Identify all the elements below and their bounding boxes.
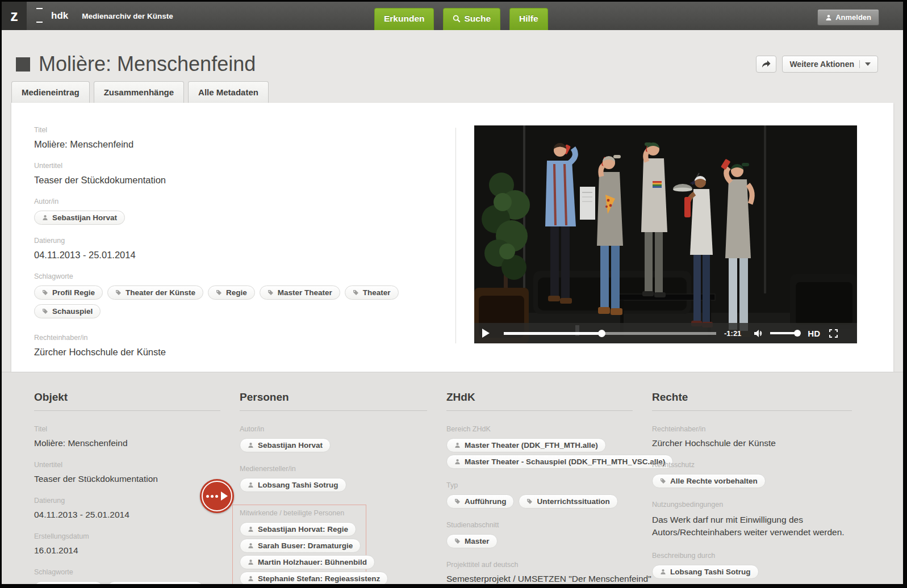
person-pill[interactable]: Lobsang Tashi Sotrug	[240, 478, 346, 492]
person-pill[interactable]: Sebastijan Horvat	[240, 438, 331, 452]
person-icon	[454, 442, 461, 448]
help-button[interactable]: Hilfe	[509, 8, 548, 30]
field-label: Medienersteller/in	[240, 465, 427, 473]
progress-bar[interactable]	[504, 332, 716, 335]
field-datierung: Datierung 04.11.2013 - 25.01.2014	[34, 237, 455, 261]
more-actions-button[interactable]: Weitere Aktionen	[782, 56, 878, 73]
search-button[interactable]: Suche	[443, 8, 500, 30]
field-label: Projekttitel auf deutsch	[446, 561, 633, 569]
pill-label: Alle Rechte vorbehalten	[670, 477, 758, 485]
tag-icon	[267, 289, 274, 296]
volume-handle[interactable]	[794, 330, 801, 337]
keyword-pill[interactable]: Master Theater	[260, 285, 340, 300]
keyword-pill[interactable]: Profil Regie	[34, 581, 103, 584]
field-value: Molière: Menschenfeind	[34, 139, 455, 150]
caret-down-icon	[865, 62, 871, 66]
column-rechte: Rechte Rechteinhaber/in Zürcher Hochschu…	[652, 391, 852, 584]
field-value: Zürcher Hochschule der Künste	[652, 438, 852, 448]
person-pill[interactable]: Martin Holzhauer: Bühnenbild	[240, 555, 375, 569]
video-controls: -1:21 HD	[474, 323, 857, 343]
tag-icon	[660, 478, 666, 484]
tag-icon	[353, 289, 359, 296]
explore-button[interactable]: Erkunden	[374, 8, 434, 30]
login-button[interactable]: Anmelden	[817, 9, 879, 26]
zhdk-logo[interactable]: z	[2, 2, 27, 30]
app-title: Medienarchiv der Künste	[82, 12, 173, 20]
vertical-divider	[455, 128, 456, 343]
person-icon	[248, 442, 254, 448]
keyword-pill[interactable]: Theater	[345, 285, 399, 300]
person-pill[interactable]: Lobsang Tashi Sotrug	[652, 565, 759, 579]
person-pill[interactable]: Stephanie Stefan: Regieassistenz	[240, 572, 388, 584]
field-rechtsschutz: Rechtsschutz Alle Rechte vorbehalten	[652, 461, 852, 488]
tab-label: Zusammenhänge	[104, 87, 174, 97]
nav-buttons: Erkunden Suche Hilfe	[374, 8, 548, 30]
dot	[206, 495, 209, 498]
tab-alle-metadaten[interactable]: Alle Metadaten	[188, 81, 269, 103]
header-actions: Weitere Aktionen	[756, 56, 878, 73]
field-label: Beschreibung durch	[652, 552, 852, 560]
share-button[interactable]	[756, 56, 776, 73]
field-label: Untertitel	[34, 461, 220, 469]
keyword-pill[interactable]: Schauspiel	[34, 304, 101, 318]
pill-label: Stephanie Stefan: Regieassistenz	[258, 574, 380, 583]
group-pill[interactable]: Master Theater - Schauspiel (DDK_FTH_MTH…	[446, 455, 673, 469]
field-autor: Autor/in Sebastijan Horvat	[240, 425, 427, 452]
keyword-pill[interactable]: Profil Regie	[34, 285, 103, 300]
field-label: Datierung	[34, 237, 455, 245]
field-value: Molière: Menschenfeind	[34, 438, 220, 448]
field-bereich: Bereich ZHdK Master Theater (DDK_FTH_MTH…	[446, 425, 633, 469]
fullscreen-button[interactable]	[829, 329, 838, 338]
group-pill[interactable]: Master Theater (DDK_FTH_MTH.alle)	[446, 438, 606, 452]
time-remaining: -1:21	[724, 329, 741, 338]
login-label: Anmelden	[835, 13, 871, 22]
dot	[215, 495, 218, 498]
person-pill[interactable]: Sarah Buser: Dramaturgie	[240, 539, 361, 553]
tab-label: Alle Metadaten	[198, 87, 258, 97]
explore-label: Erkunden	[384, 14, 424, 24]
person-pill[interactable]: Sebastijan Horvat	[34, 211, 125, 225]
field-value: Zürcher Hochschule der Künste	[34, 347, 455, 358]
field-label: Rechtsschutz	[652, 461, 852, 469]
field-schlagworte: Schlagworte Profil Regie Theater der Kün…	[34, 272, 455, 318]
field-rechteinhaber: Rechteinhaber/in Zürcher Hochschule der …	[34, 334, 455, 358]
person-icon	[660, 569, 666, 575]
progress-handle[interactable]	[598, 330, 605, 337]
logo-dashes	[36, 2, 43, 30]
field-projekttitel: Projekttitel auf deutsch Semesterprojekt…	[446, 561, 633, 584]
media-entry-square-icon	[16, 57, 30, 72]
tab-bar: Medieneintrag Zusammenhänge Alle Metadat…	[2, 81, 903, 103]
person-icon	[248, 482, 254, 488]
pill-label: Master Theater (DDK_FTH_MTH.alle)	[465, 441, 598, 450]
fullscreen-icon	[829, 329, 838, 338]
keyword-pill[interactable]: Regie	[208, 285, 255, 300]
keyword-pill[interactable]: Unterrichtssituation	[519, 494, 617, 509]
field-beschreibung-durch: Beschreibung durch Lobsang Tashi Sotrug	[652, 552, 852, 579]
keyword-pill[interactable]: Theater der Künste	[107, 581, 203, 584]
person-icon	[248, 576, 254, 582]
field-label: Titel	[34, 425, 220, 433]
video-player[interactable]: -1:21 HD	[474, 125, 857, 343]
keyword-pill[interactable]: Alle Rechte vorbehalten	[652, 474, 766, 488]
keyword-pill[interactable]: Master	[446, 534, 498, 548]
pill-label: Sebastijan Horvat	[52, 213, 117, 222]
keyword-pill[interactable]: Aufführung	[446, 494, 514, 509]
field-nutzungsbedingungen: Nutzungsbedingungen Das Werk darf nur mi…	[652, 501, 852, 539]
hd-badge: HD	[808, 329, 820, 338]
keyword-pill[interactable]: Theater der Künste	[107, 285, 203, 300]
volume-button[interactable]	[754, 329, 763, 338]
tab-medieneintrag[interactable]: Medieneintrag	[11, 81, 90, 103]
page-title: Molière: Menschenfeind	[39, 52, 256, 76]
tab-zusammenhaenge[interactable]: Zusammenhänge	[94, 81, 184, 103]
volume-slider[interactable]	[770, 332, 800, 334]
ellipsis-arrow-button[interactable]	[200, 479, 234, 513]
pill-label: Lobsang Tashi Sotrug	[670, 568, 751, 576]
more-actions-label: Weitere Aktionen	[789, 60, 854, 69]
person-pill[interactable]: Sebastijan Horvat: Regie	[240, 522, 356, 536]
field-label: Rechteinhaber/in	[652, 425, 852, 433]
field-label: Datierung	[34, 497, 220, 505]
play-button[interactable]	[482, 329, 494, 338]
field-erstellungsdatum: Erstellungsdatum 16.01.2014	[34, 532, 220, 556]
field-value: 04.11.2013 - 25.01.2014	[34, 510, 220, 520]
field-label: Autor/in	[240, 425, 427, 433]
